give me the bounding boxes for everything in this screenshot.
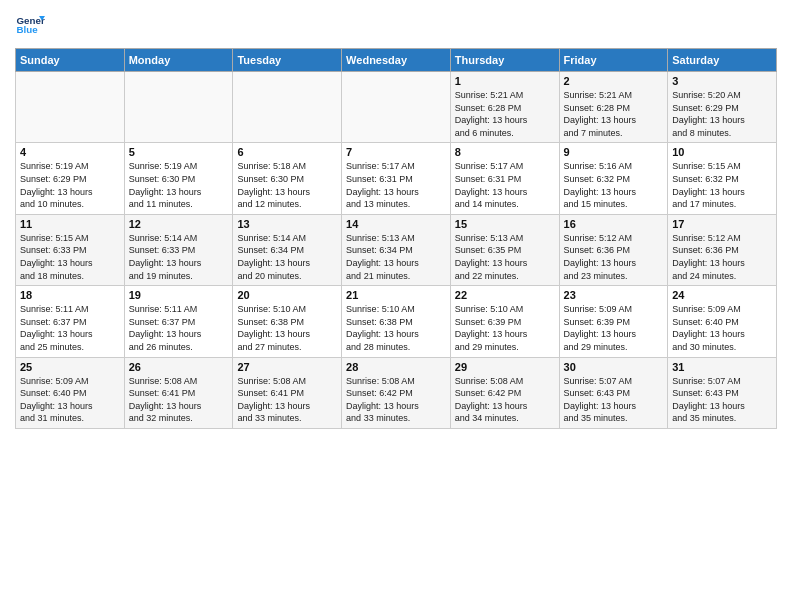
day-info: Sunrise: 5:10 AM Sunset: 6:39 PM Dayligh… (455, 303, 555, 353)
calendar-cell: 20Sunrise: 5:10 AM Sunset: 6:38 PM Dayli… (233, 286, 342, 357)
calendar-cell: 8Sunrise: 5:17 AM Sunset: 6:31 PM Daylig… (450, 143, 559, 214)
calendar-cell: 28Sunrise: 5:08 AM Sunset: 6:42 PM Dayli… (342, 357, 451, 428)
day-info: Sunrise: 5:08 AM Sunset: 6:42 PM Dayligh… (455, 375, 555, 425)
calendar-cell: 14Sunrise: 5:13 AM Sunset: 6:34 PM Dayli… (342, 214, 451, 285)
day-number: 28 (346, 361, 446, 373)
calendar-cell: 22Sunrise: 5:10 AM Sunset: 6:39 PM Dayli… (450, 286, 559, 357)
calendar-cell: 16Sunrise: 5:12 AM Sunset: 6:36 PM Dayli… (559, 214, 668, 285)
calendar-cell: 24Sunrise: 5:09 AM Sunset: 6:40 PM Dayli… (668, 286, 777, 357)
calendar-cell: 12Sunrise: 5:14 AM Sunset: 6:33 PM Dayli… (124, 214, 233, 285)
calendar-cell: 7Sunrise: 5:17 AM Sunset: 6:31 PM Daylig… (342, 143, 451, 214)
day-number: 30 (564, 361, 664, 373)
day-number: 22 (455, 289, 555, 301)
calendar-cell: 13Sunrise: 5:14 AM Sunset: 6:34 PM Dayli… (233, 214, 342, 285)
day-info: Sunrise: 5:11 AM Sunset: 6:37 PM Dayligh… (129, 303, 229, 353)
calendar-cell (342, 72, 451, 143)
day-number: 18 (20, 289, 120, 301)
day-number: 15 (455, 218, 555, 230)
calendar-cell: 10Sunrise: 5:15 AM Sunset: 6:32 PM Dayli… (668, 143, 777, 214)
calendar-cell: 29Sunrise: 5:08 AM Sunset: 6:42 PM Dayli… (450, 357, 559, 428)
day-number: 16 (564, 218, 664, 230)
day-number: 4 (20, 146, 120, 158)
calendar-cell: 27Sunrise: 5:08 AM Sunset: 6:41 PM Dayli… (233, 357, 342, 428)
day-header-saturday: Saturday (668, 49, 777, 72)
day-info: Sunrise: 5:08 AM Sunset: 6:42 PM Dayligh… (346, 375, 446, 425)
day-number: 11 (20, 218, 120, 230)
header: General Blue (15, 10, 777, 40)
calendar-cell: 6Sunrise: 5:18 AM Sunset: 6:30 PM Daylig… (233, 143, 342, 214)
day-info: Sunrise: 5:17 AM Sunset: 6:31 PM Dayligh… (455, 160, 555, 210)
day-number: 31 (672, 361, 772, 373)
day-number: 21 (346, 289, 446, 301)
day-number: 23 (564, 289, 664, 301)
day-number: 8 (455, 146, 555, 158)
day-header-tuesday: Tuesday (233, 49, 342, 72)
calendar-cell: 30Sunrise: 5:07 AM Sunset: 6:43 PM Dayli… (559, 357, 668, 428)
day-info: Sunrise: 5:13 AM Sunset: 6:34 PM Dayligh… (346, 232, 446, 282)
day-header-monday: Monday (124, 49, 233, 72)
day-number: 19 (129, 289, 229, 301)
calendar-cell: 17Sunrise: 5:12 AM Sunset: 6:36 PM Dayli… (668, 214, 777, 285)
day-number: 1 (455, 75, 555, 87)
day-info: Sunrise: 5:08 AM Sunset: 6:41 PM Dayligh… (237, 375, 337, 425)
day-number: 29 (455, 361, 555, 373)
logo-icon: General Blue (15, 10, 45, 40)
day-number: 24 (672, 289, 772, 301)
calendar-cell: 15Sunrise: 5:13 AM Sunset: 6:35 PM Dayli… (450, 214, 559, 285)
day-number: 6 (237, 146, 337, 158)
day-info: Sunrise: 5:07 AM Sunset: 6:43 PM Dayligh… (564, 375, 664, 425)
calendar-cell: 31Sunrise: 5:07 AM Sunset: 6:43 PM Dayli… (668, 357, 777, 428)
day-info: Sunrise: 5:07 AM Sunset: 6:43 PM Dayligh… (672, 375, 772, 425)
calendar-cell: 1Sunrise: 5:21 AM Sunset: 6:28 PM Daylig… (450, 72, 559, 143)
calendar-cell: 5Sunrise: 5:19 AM Sunset: 6:30 PM Daylig… (124, 143, 233, 214)
day-info: Sunrise: 5:13 AM Sunset: 6:35 PM Dayligh… (455, 232, 555, 282)
day-info: Sunrise: 5:16 AM Sunset: 6:32 PM Dayligh… (564, 160, 664, 210)
calendar-cell (16, 72, 125, 143)
day-number: 5 (129, 146, 229, 158)
day-info: Sunrise: 5:09 AM Sunset: 6:40 PM Dayligh… (20, 375, 120, 425)
calendar-cell: 9Sunrise: 5:16 AM Sunset: 6:32 PM Daylig… (559, 143, 668, 214)
calendar-cell: 3Sunrise: 5:20 AM Sunset: 6:29 PM Daylig… (668, 72, 777, 143)
calendar-table: SundayMondayTuesdayWednesdayThursdayFrid… (15, 48, 777, 429)
day-number: 3 (672, 75, 772, 87)
day-header-wednesday: Wednesday (342, 49, 451, 72)
calendar-cell: 26Sunrise: 5:08 AM Sunset: 6:41 PM Dayli… (124, 357, 233, 428)
day-info: Sunrise: 5:10 AM Sunset: 6:38 PM Dayligh… (237, 303, 337, 353)
calendar-cell: 2Sunrise: 5:21 AM Sunset: 6:28 PM Daylig… (559, 72, 668, 143)
day-info: Sunrise: 5:21 AM Sunset: 6:28 PM Dayligh… (455, 89, 555, 139)
day-number: 14 (346, 218, 446, 230)
day-info: Sunrise: 5:14 AM Sunset: 6:33 PM Dayligh… (129, 232, 229, 282)
calendar-cell: 23Sunrise: 5:09 AM Sunset: 6:39 PM Dayli… (559, 286, 668, 357)
calendar-cell: 4Sunrise: 5:19 AM Sunset: 6:29 PM Daylig… (16, 143, 125, 214)
day-info: Sunrise: 5:10 AM Sunset: 6:38 PM Dayligh… (346, 303, 446, 353)
svg-text:Blue: Blue (17, 24, 39, 35)
calendar-cell: 19Sunrise: 5:11 AM Sunset: 6:37 PM Dayli… (124, 286, 233, 357)
day-info: Sunrise: 5:09 AM Sunset: 6:39 PM Dayligh… (564, 303, 664, 353)
day-header-friday: Friday (559, 49, 668, 72)
day-info: Sunrise: 5:11 AM Sunset: 6:37 PM Dayligh… (20, 303, 120, 353)
day-info: Sunrise: 5:20 AM Sunset: 6:29 PM Dayligh… (672, 89, 772, 139)
calendar-cell: 11Sunrise: 5:15 AM Sunset: 6:33 PM Dayli… (16, 214, 125, 285)
day-info: Sunrise: 5:09 AM Sunset: 6:40 PM Dayligh… (672, 303, 772, 353)
day-number: 10 (672, 146, 772, 158)
day-number: 9 (564, 146, 664, 158)
day-info: Sunrise: 5:19 AM Sunset: 6:29 PM Dayligh… (20, 160, 120, 210)
day-info: Sunrise: 5:15 AM Sunset: 6:33 PM Dayligh… (20, 232, 120, 282)
day-info: Sunrise: 5:12 AM Sunset: 6:36 PM Dayligh… (564, 232, 664, 282)
calendar-cell: 18Sunrise: 5:11 AM Sunset: 6:37 PM Dayli… (16, 286, 125, 357)
day-info: Sunrise: 5:17 AM Sunset: 6:31 PM Dayligh… (346, 160, 446, 210)
calendar-cell: 25Sunrise: 5:09 AM Sunset: 6:40 PM Dayli… (16, 357, 125, 428)
day-header-thursday: Thursday (450, 49, 559, 72)
day-header-sunday: Sunday (16, 49, 125, 72)
day-number: 27 (237, 361, 337, 373)
day-info: Sunrise: 5:19 AM Sunset: 6:30 PM Dayligh… (129, 160, 229, 210)
day-number: 26 (129, 361, 229, 373)
day-info: Sunrise: 5:21 AM Sunset: 6:28 PM Dayligh… (564, 89, 664, 139)
logo: General Blue (15, 10, 45, 40)
day-info: Sunrise: 5:14 AM Sunset: 6:34 PM Dayligh… (237, 232, 337, 282)
day-number: 13 (237, 218, 337, 230)
day-info: Sunrise: 5:08 AM Sunset: 6:41 PM Dayligh… (129, 375, 229, 425)
day-number: 2 (564, 75, 664, 87)
day-info: Sunrise: 5:15 AM Sunset: 6:32 PM Dayligh… (672, 160, 772, 210)
calendar-cell (124, 72, 233, 143)
